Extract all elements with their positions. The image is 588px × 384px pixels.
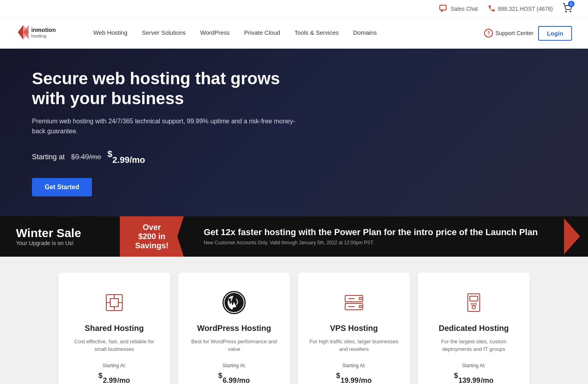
- sales-chat-label: Sales Chat: [451, 6, 478, 12]
- vps-dollar: $: [336, 372, 340, 380]
- sale-subtitle: Your Upgrade is on Us!: [16, 240, 104, 246]
- support-center-label: Support Center: [495, 30, 533, 36]
- vps-hosting-price-label: Starting At:: [342, 363, 366, 368]
- ded-dollar: $: [454, 372, 458, 380]
- vps-hosting-title: VPS Hosting: [330, 324, 378, 333]
- card-shared-hosting: Shared Hosting Cost effective, fast, and…: [58, 273, 170, 384]
- nav-right: ? Support Center Login: [484, 26, 572, 41]
- svg-rect-23: [470, 296, 478, 301]
- chat-icon: [439, 5, 448, 13]
- svg-point-1: [566, 11, 566, 12]
- sale-description: Get 12x faster hosting with the Power Pl…: [204, 227, 544, 238]
- support-center-link[interactable]: ? Support Center: [484, 29, 533, 38]
- vps-hosting-price: $19.99/mo: [336, 369, 371, 384]
- hero-new-price: $2.99/mo: [107, 148, 145, 167]
- dedicated-hosting-title: Dedicated Hosting: [439, 324, 509, 333]
- vps-hosting-desc: For high traffic sites, larger businesse…: [309, 338, 399, 353]
- shared-hosting-title: Shared Hosting: [85, 324, 144, 333]
- shared-dollar: $: [98, 372, 102, 380]
- nav-web-hosting[interactable]: Web Hosting: [86, 18, 135, 48]
- hero-old-price: $9.49/mo: [71, 153, 101, 161]
- sale-badge-line3: Savings!: [132, 241, 172, 250]
- hosting-cards-section: Shared Hosting Cost effective, fast, and…: [0, 257, 588, 384]
- svg-text:inmotion: inmotion: [31, 27, 56, 33]
- wordpress-hosting-price: $6.99/mo: [218, 369, 250, 384]
- hero-subheading: Premium web hosting with 24/7/365 techni…: [32, 116, 304, 137]
- svg-rect-9: [110, 299, 118, 307]
- sale-title: Winter Sale: [16, 226, 104, 240]
- hero-pricing: Starting at $9.49/mo $2.99/mo: [32, 148, 304, 167]
- hero-price-label: Starting at: [32, 153, 65, 161]
- ded-suffix: /mo: [481, 376, 494, 384]
- phone-number: 888.321.HOST (4678): [498, 6, 553, 12]
- login-button[interactable]: Login: [538, 26, 572, 41]
- ded-amount: 139.99: [458, 376, 480, 384]
- sale-badge-line1: Over: [132, 223, 172, 232]
- wp-amount: 6.99: [222, 376, 236, 384]
- hero-price-dollar: $: [107, 149, 112, 159]
- sale-right: Get 12x faster hosting with the Power Pl…: [184, 219, 564, 253]
- svg-text:hosting: hosting: [31, 33, 46, 39]
- support-icon: ?: [484, 29, 493, 38]
- hero-content: Secure web hosting that grows with your …: [32, 69, 304, 196]
- wordpress-hosting-desc: Best for WordPress performance and value: [189, 338, 279, 353]
- dedicated-hosting-desc: For the largest sites, custom deployment…: [429, 338, 518, 353]
- wordpress-hosting-price-label: Starting At:: [222, 363, 246, 368]
- sale-badge-line2: $200 in: [132, 232, 172, 241]
- dedicated-hosting-price: $139.99/mo: [454, 369, 493, 384]
- cart-badge: 0: [568, 1, 574, 7]
- sale-arrow: [564, 218, 580, 254]
- shared-hosting-price-label: Starting At:: [103, 363, 126, 368]
- main-nav: inmotion hosting Web Hosting Server Solu…: [0, 18, 588, 49]
- shared-amount: 2.99: [103, 376, 117, 384]
- shared-hosting-desc: Cost effective, fast, and reliable for s…: [70, 338, 159, 353]
- cart-button[interactable]: 0: [562, 3, 572, 14]
- cart-icon: [562, 7, 572, 14]
- dedicated-hosting-icon: [462, 289, 486, 317]
- hero-price-suffix: /mo: [129, 155, 145, 165]
- get-started-button[interactable]: Get Started: [32, 178, 92, 196]
- nav-wordpress[interactable]: WordPress: [193, 18, 237, 48]
- nav-tools-services[interactable]: Tools & Services: [287, 18, 346, 48]
- vps-hosting-icon: [342, 289, 366, 317]
- shared-hosting-price: $2.99/mo: [98, 369, 130, 384]
- wordpress-hosting-title: WordPress Hosting: [197, 324, 271, 333]
- card-vps-hosting: VPS Hosting For high traffic sites, larg…: [298, 273, 410, 384]
- vps-amount: 19.99: [340, 376, 358, 384]
- nav-links: Web Hosting Server Solutions WordPress P…: [86, 18, 484, 48]
- hero-section: Secure web hosting that grows with your …: [0, 49, 588, 216]
- svg-point-24: [472, 306, 475, 309]
- card-dedicated-hosting: Dedicated Hosting For the largest sites,…: [418, 273, 530, 384]
- arrow-shape: [564, 218, 580, 254]
- hero-price-amount: 2.99: [112, 155, 129, 165]
- shared-suffix: /mo: [117, 376, 130, 384]
- shared-hosting-icon: [102, 289, 126, 317]
- dedicated-hosting-price-label: Starting At:: [462, 363, 486, 368]
- nav-server-solutions[interactable]: Server Solutions: [135, 18, 193, 48]
- svg-rect-0: [440, 5, 446, 10]
- wordpress-hosting-icon: [222, 289, 246, 317]
- sale-badge: Over $200 in Savings!: [120, 216, 184, 257]
- hero-heading: Secure web hosting that grows with your …: [32, 69, 304, 109]
- svg-point-19: [359, 305, 362, 308]
- top-bar: Sales Chat 888.321.HOST (4678) 0: [0, 0, 588, 18]
- svg-marker-3: [18, 25, 24, 40]
- sale-left: Winter Sale Your Upgrade is on Us!: [0, 218, 120, 254]
- svg-point-2: [570, 11, 571, 12]
- phone-link[interactable]: 888.321.HOST (4678): [488, 4, 553, 14]
- logo[interactable]: inmotion hosting: [16, 23, 74, 43]
- svg-point-17: [359, 297, 362, 300]
- nav-domains[interactable]: Domains: [346, 18, 384, 48]
- nav-private-cloud[interactable]: Private Cloud: [237, 18, 287, 48]
- wp-suffix: /mo: [237, 376, 250, 384]
- vps-suffix: /mo: [359, 376, 372, 384]
- wp-dollar: $: [218, 372, 222, 380]
- sale-fine-print: New Customer Accounts Only. Valid throug…: [204, 240, 544, 245]
- sales-chat-link[interactable]: Sales Chat: [439, 5, 478, 13]
- phone-icon: [488, 4, 496, 14]
- sale-banner: Winter Sale Your Upgrade is on Us! Over …: [0, 216, 588, 257]
- card-wordpress-hosting: WordPress Hosting Best for WordPress per…: [178, 273, 290, 384]
